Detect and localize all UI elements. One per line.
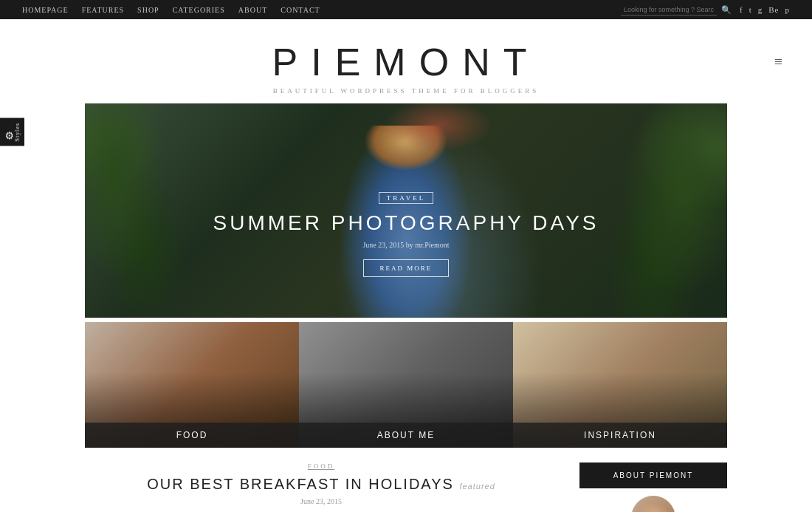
avatar-image xyxy=(631,496,675,512)
top-navigation: HOMEPAGE FEATURES SHOP CATEGORIES ABOUT … xyxy=(0,0,812,19)
hero-read-more-button[interactable]: READ MORE xyxy=(363,259,450,277)
nav-contact[interactable]: CONTACT xyxy=(281,6,320,14)
behance-icon[interactable]: Be xyxy=(768,5,779,14)
grid-item-about[interactable]: About me xyxy=(299,322,513,448)
site-header: PIEMONT BEAUTIFUL WORDPRESS THEME FOR BL… xyxy=(0,19,812,103)
pinterest-icon[interactable]: p xyxy=(785,5,791,14)
avatar xyxy=(631,496,675,512)
post-title: OUR BEST BREAKFAST IN HOLIDAYS featured xyxy=(85,476,557,493)
about-piemont-button[interactable]: ABOUT PIEMONT xyxy=(579,462,727,488)
styles-icon: ⚙ xyxy=(4,129,14,142)
grid-inspiration-label: Inspiration xyxy=(513,423,727,448)
food-tag-link[interactable]: FOOD xyxy=(85,462,557,470)
featured-badge: featured xyxy=(459,482,495,491)
hero-category: TRAVEL xyxy=(379,192,433,204)
nav-homepage[interactable]: HOMEPAGE xyxy=(22,6,69,14)
grid-item-food[interactable]: Food xyxy=(85,322,299,448)
grid-item-inspiration[interactable]: Inspiration xyxy=(513,322,727,448)
search-icon[interactable]: 🔍 xyxy=(721,5,732,15)
hamburger-menu[interactable]: ≡ xyxy=(774,53,782,70)
hero-title: SUMMER PHOTOGRAPHY DAYS xyxy=(85,211,727,235)
search-area: 🔍 xyxy=(621,4,732,16)
twitter-icon[interactable]: t xyxy=(749,5,752,14)
nav-categories[interactable]: CATEGORIES xyxy=(173,6,225,14)
styles-label: Styles xyxy=(14,123,21,142)
post-title-text: OUR BEST BREAKFAST IN HOLIDAYS xyxy=(147,476,454,492)
googleplus-icon[interactable]: g xyxy=(758,5,763,14)
nav-links: HOMEPAGE FEATURES SHOP CATEGORIES ABOUT … xyxy=(22,6,320,14)
nav-shop[interactable]: SHOP xyxy=(137,6,159,14)
nav-right: 🔍 f t g Be p xyxy=(621,4,790,16)
hero-meta: June 23, 2015 by mr.Piemont xyxy=(85,241,727,249)
hero-section: TRAVEL SUMMER PHOTOGRAPHY DAYS June 23, … xyxy=(85,103,727,318)
site-title: PIEMONT xyxy=(0,40,812,84)
nav-features[interactable]: FEATURES xyxy=(82,6,124,14)
hero-content: TRAVEL SUMMER PHOTOGRAPHY DAYS June 23, … xyxy=(85,190,727,277)
featured-post: FOOD OUR BEST BREAKFAST IN HOLIDAYS feat… xyxy=(85,462,557,512)
bottom-section: FOOD OUR BEST BREAKFAST IN HOLIDAYS feat… xyxy=(85,462,727,512)
about-sidebar: ABOUT PIEMONT xyxy=(579,462,727,512)
category-grid: Food About me Inspiration xyxy=(85,322,727,448)
facebook-icon[interactable]: f xyxy=(740,5,743,14)
styles-panel[interactable]: ⚙ Styles xyxy=(0,118,24,146)
grid-about-label: About me xyxy=(299,423,513,448)
nav-about[interactable]: ABOUT xyxy=(238,6,267,14)
post-date: June 23, 2015 xyxy=(85,497,557,505)
search-input[interactable] xyxy=(621,4,717,16)
social-icons: f t g Be p xyxy=(740,5,790,14)
site-tagline: BEAUTIFUL WORDPRESS THEME FOR BLOGGERS xyxy=(0,87,812,95)
grid-food-label: Food xyxy=(85,423,299,448)
